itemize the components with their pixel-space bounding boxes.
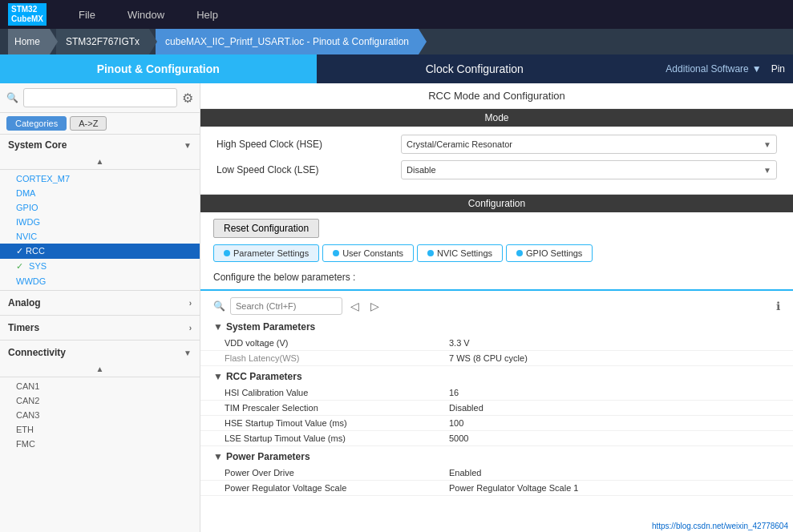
lse-select[interactable]: Disable ▼ <box>401 160 777 179</box>
param-hse-timeout-name: HSE Startup Timout Value (ms) <box>225 418 449 428</box>
params-area: 🔍 ◁ ▷ ℹ ▼ System Parameters VDD voltage … <box>200 291 793 532</box>
url-bar: https://blog.csdn.net/weixin_42778604 <box>647 520 793 532</box>
section-timers-label: Timers <box>8 322 39 333</box>
params-search-next[interactable]: ▷ <box>367 300 382 312</box>
param-group-power: ▼ Power Parameters Power Over Drive Enab… <box>200 448 793 496</box>
section-system-core-label: System Core <box>8 139 67 151</box>
breadcrumb-bar: Home STM32F767IGTx cubeMAX_IIC_Printf_US… <box>0 29 793 54</box>
params-left: 🔍 ◁ ▷ ℹ ▼ System Parameters VDD voltage … <box>200 291 793 532</box>
gear-icon[interactable]: ⚙ <box>182 91 193 106</box>
scroll-up-arrow2[interactable]: ▲ <box>0 363 200 375</box>
main-layout: 🔍 ⚙ Categories A->Z System Core ▼ ▲ CORT… <box>0 83 793 532</box>
section-analog-label: Analog <box>8 297 41 308</box>
info-icon[interactable]: ℹ <box>776 300 780 312</box>
tab-user-label: User Constants <box>342 248 403 258</box>
tab-gpio-label: GPIO Settings <box>526 248 582 258</box>
param-tim-value: Disabled <box>449 403 483 413</box>
chevron-power-icon: ▼ <box>213 451 223 462</box>
param-group-power-label: Power Parameters <box>226 451 310 462</box>
param-power-scale-name: Power Regulator Voltage Scale <box>225 483 449 493</box>
tab-nvic-label: NVIC Settings <box>437 248 492 258</box>
tab-additional[interactable]: Additional Software ▼ Pin <box>633 54 793 83</box>
sidebar-item-iwdg[interactable]: IWDG <box>0 215 200 229</box>
dot-param <box>224 250 230 256</box>
section-timers[interactable]: Timers › <box>0 317 200 338</box>
chevron-down-icon: ▼ <box>752 63 762 75</box>
sidebar-item-gpio[interactable]: GPIO <box>0 200 200 215</box>
chevron-system-icon: ▼ <box>213 321 223 332</box>
divider5 <box>0 377 200 377</box>
param-group-power-header[interactable]: ▼ Power Parameters <box>200 448 793 466</box>
category-tabs: Categories A->Z <box>0 113 200 135</box>
tab-clock[interactable]: Clock Configuration <box>317 54 633 83</box>
tab-az[interactable]: A->Z <box>70 116 107 131</box>
param-group-rcc: ▼ RCC Parameters HSI Calibration Value 1… <box>200 368 793 446</box>
section-system-core[interactable]: System Core ▼ <box>0 135 200 155</box>
param-lse-timeout-name: LSE Startup Timout Value (ms) <box>225 433 449 443</box>
sidebar-item-wwdg[interactable]: WWDG <box>0 274 200 288</box>
param-power-od-value: Enabled <box>449 468 481 478</box>
search-icon[interactable]: 🔍 <box>6 92 18 103</box>
menu-help[interactable]: Help <box>196 9 218 21</box>
main-tab-area: Pinout & Configuration Clock Configurati… <box>0 54 793 83</box>
sidebar-item-eth[interactable]: ETH <box>0 422 200 437</box>
param-group-rcc-header[interactable]: ▼ RCC Parameters <box>200 368 793 385</box>
param-lse-timeout-value: 5000 <box>449 433 468 443</box>
divider4 <box>0 340 200 341</box>
sidebar-item-can1[interactable]: CAN1 <box>0 379 200 393</box>
search-bar: 🔍 ⚙ <box>0 83 200 113</box>
param-vdd-name: VDD voltage (V) <box>225 338 449 348</box>
params-search-input[interactable] <box>230 297 342 315</box>
sidebar-item-dma[interactable]: DMA <box>0 186 200 200</box>
sidebar-item-can3[interactable]: CAN3 <box>0 408 200 422</box>
sidebar-item-nvic[interactable]: NVIC <box>0 229 200 244</box>
param-row-power-scale: Power Regulator Voltage Scale Power Regu… <box>200 481 793 496</box>
sidebar-item-rcc[interactable]: ✓ RCC <box>0 244 200 259</box>
menu-window[interactable]: Window <box>127 9 164 21</box>
param-row-hse-timeout: HSE Startup Timout Value (ms) 100 <box>200 416 793 431</box>
param-hsi-value: 16 <box>449 388 459 397</box>
breadcrumb-home[interactable]: Home <box>8 29 50 54</box>
param-hsi-name: HSI Calibration Value <box>225 388 449 397</box>
sidebar-item-sys[interactable]: ✓ SYS <box>0 259 200 274</box>
breadcrumb-device[interactable]: STM32F767IGTx <box>56 29 149 54</box>
tab-nvic-settings[interactable]: NVIC Settings <box>417 244 503 262</box>
tab-additional-label: Additional Software <box>666 63 748 75</box>
param-row-lse-timeout: LSE Startup Timout Value (ms) 5000 <box>200 431 793 446</box>
sidebar-item-can2[interactable]: CAN2 <box>0 393 200 408</box>
reset-config-button[interactable]: Reset Configuration <box>213 219 319 238</box>
sidebar-item-cortex[interactable]: CORTEX_M7 <box>0 171 200 186</box>
tab-parameter-settings[interactable]: Parameter Settings <box>213 244 319 262</box>
lse-label: Low Speed Clock (LSE) <box>216 164 393 175</box>
params-search-prev[interactable]: ◁ <box>347 300 362 312</box>
breadcrumb-file[interactable]: cubeMAX_IIC_Printf_USART.ioc - Pinout & … <box>156 29 419 54</box>
lse-arrow-icon: ▼ <box>763 166 771 175</box>
tab-user-constants[interactable]: User Constants <box>322 244 414 262</box>
sidebar-section: System Core ▼ ▲ CORTEX_M7 DMA GPIO IWDG … <box>0 135 200 532</box>
param-power-scale-value: Power Regulator Voltage Scale 1 <box>449 483 578 493</box>
search-input[interactable] <box>23 88 177 107</box>
chevron-icon-analog: › <box>189 299 192 308</box>
mode-content: High Speed Clock (HSE) Crystal/Ceramic R… <box>200 127 793 195</box>
tab-gpio-settings[interactable]: GPIO Settings <box>506 244 593 262</box>
param-group-system-label: System Parameters <box>226 321 315 332</box>
scroll-up-arrow[interactable]: ▲ <box>0 155 200 167</box>
tab-pinout[interactable]: Pinout & Configuration <box>0 54 317 83</box>
tab-categories[interactable]: Categories <box>6 116 67 131</box>
check-mark-rcc: ✓ <box>16 246 26 256</box>
param-group-system: ▼ System Parameters VDD voltage (V) 3.3 … <box>200 318 793 366</box>
param-power-od-name: Power Over Drive <box>225 468 449 478</box>
hse-select[interactable]: Crystal/Ceramic Resonator ▼ <box>401 135 777 154</box>
param-flash-name: Flash Latency(WS) <box>225 353 449 363</box>
content-title: RCC Mode and Configuration <box>200 83 793 109</box>
param-tabs: Parameter Settings User Constants NVIC S… <box>200 244 793 268</box>
param-group-system-header[interactable]: ▼ System Parameters <box>200 318 793 336</box>
search-small-icon: 🔍 <box>213 300 225 312</box>
hse-value: Crystal/Ceramic Resonator <box>407 139 512 149</box>
chevron-icon: ▼ <box>184 141 192 150</box>
sidebar-item-fmc[interactable]: FMC <box>0 437 200 451</box>
section-connectivity[interactable]: Connectivity ▼ <box>0 342 200 363</box>
content-area: RCC Mode and Configuration Mode High Spe… <box>200 83 793 532</box>
section-analog[interactable]: Analog › <box>0 292 200 313</box>
menu-file[interactable]: File <box>79 9 95 21</box>
